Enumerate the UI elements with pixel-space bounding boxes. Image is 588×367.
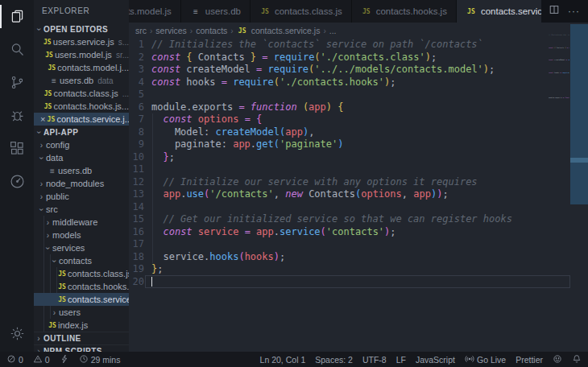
tab-label: users.db xyxy=(205,6,241,16)
status-utf-8[interactable]: UTF-8 xyxy=(362,355,387,365)
code-line-20: 20 xyxy=(129,276,588,289)
open-editor-users-db[interactable]: ≡users.dbdata xyxy=(34,74,129,87)
tree-item-services[interactable]: ›services xyxy=(34,241,129,254)
code-line-14: 14 xyxy=(129,201,588,214)
code-line-1: 1// Initializes the `contacts` service o… xyxy=(129,39,588,52)
tree-item-data[interactable]: ›data xyxy=(34,151,129,164)
tab-users-db[interactable]: ≡users.db xyxy=(181,0,251,23)
open-editor-users-model-js[interactable]: JSusers.model.jssr... xyxy=(34,48,129,61)
database-file-icon: ≡ xyxy=(190,7,201,16)
code-line-8: 8 Model: createModel(app), xyxy=(129,126,588,139)
line-text: const hooks = require('./contacts.hooks'… xyxy=(541,72,569,73)
status-left: 0029 mins xyxy=(6,354,120,365)
line-text: paginate: app.get('paginate') xyxy=(144,138,343,150)
open-editor-contacts-service-j[interactable]: ×JScontacts.service.j... xyxy=(34,113,129,126)
tab-contacts-hooks-js[interactable]: JScontacts.hooks.js xyxy=(352,0,457,23)
code-line-10: 10 }; xyxy=(129,151,588,164)
line-text: // Get our initialized service so that w… xyxy=(144,213,512,225)
workspace-root-header[interactable]: › API-APP xyxy=(34,126,129,138)
tree-item-config[interactable]: ›config xyxy=(34,138,129,151)
line-number: 18 xyxy=(129,251,144,264)
breadcrumb-segment-services[interactable]: services xyxy=(155,26,187,35)
open-editor-contacts-hooks-js[interactable]: JScontacts.hooks.js... xyxy=(34,100,129,113)
open-editor-label: contacts.service.j... xyxy=(56,114,129,124)
status-prettier[interactable]: Prettier xyxy=(516,355,543,365)
status-label: Spaces: 2 xyxy=(315,355,353,365)
editor-group: JScontacts.model.js≡users.dbJScontacts.c… xyxy=(129,0,588,352)
chevron-right-icon: › xyxy=(230,27,233,35)
sidebar-explorer: EXPLORER › OPEN EDITORS JSusers.service.… xyxy=(34,0,129,352)
status-smiley[interactable] xyxy=(553,354,562,365)
code-line-5 xyxy=(541,79,569,92)
tab-contacts-model-js[interactable]: JScontacts.model.js xyxy=(129,0,181,23)
tree-item-public[interactable]: ›public xyxy=(34,190,129,203)
tree-item-label: middleware xyxy=(52,217,97,227)
open-editor-label: contacts.hooks.js... xyxy=(53,101,129,111)
open-editor-contacts-class-js[interactable]: JScontacts.class.js... xyxy=(34,87,129,100)
status-clock-29-mins[interactable]: 29 mins xyxy=(79,354,121,365)
outline-section-header[interactable]: › OUTLINE xyxy=(34,332,129,344)
run-and-debug-icon[interactable] xyxy=(0,99,34,132)
code-line-2: const { Contacts } = require('./contacts… xyxy=(541,42,569,55)
tree-item-users-db[interactable]: ≡users.db xyxy=(34,164,129,177)
tree-item-contacts-class-js[interactable]: JScontacts.class.js xyxy=(34,267,129,280)
breadcrumb-segment-contacts[interactable]: contacts xyxy=(196,26,227,35)
tree-item-node-modules[interactable]: ›node_modules xyxy=(34,177,129,190)
status-error-0[interactable]: 0 xyxy=(6,354,23,365)
line-text: const createModel = require('../../model… xyxy=(144,64,495,75)
tab-label: contacts.class.js xyxy=(275,6,342,16)
line-number: 12 xyxy=(129,176,144,189)
js-file-icon: JS xyxy=(43,52,55,59)
line-number: 16 xyxy=(129,226,144,239)
status-ln-20-col-1[interactable]: Ln 20, Col 1 xyxy=(260,355,306,365)
open-editors-header[interactable]: › OPEN EDITORS xyxy=(34,23,129,35)
tree-item-middleware[interactable]: ›middleware xyxy=(34,216,129,229)
status-broadcast-go-live[interactable]: Go Live xyxy=(465,354,506,365)
breadcrumb-symbol-more[interactable]: ... xyxy=(329,26,337,35)
status-warning-0[interactable]: 0 xyxy=(33,354,50,365)
code-lines: 1// Initializes the `contacts` service o… xyxy=(129,39,588,288)
manage-gear-icon[interactable] xyxy=(0,317,34,350)
code-time-icon[interactable] xyxy=(0,165,34,198)
tree-item-src[interactable]: ›src xyxy=(34,203,129,216)
split-editor-icon[interactable] xyxy=(549,4,560,19)
status-lf[interactable]: LF xyxy=(396,355,406,365)
bell-icon xyxy=(572,354,582,365)
code-editor[interactable]: 1// Initializes the `contacts` service o… xyxy=(129,39,588,352)
status-bell[interactable] xyxy=(572,354,582,365)
scrollbar[interactable] xyxy=(570,24,588,204)
tree-item-index-js[interactable]: JSindex.js xyxy=(34,319,129,332)
source-control-icon[interactable] xyxy=(0,66,34,99)
search-icon[interactable] xyxy=(0,33,34,66)
open-editor-users-service-js[interactable]: JSusers.service.jss... xyxy=(34,35,129,48)
line-text: // Initialize our service with any optio… xyxy=(144,176,478,188)
broadcast-icon xyxy=(465,354,474,365)
tree-item-contacts-service-js[interactable]: JScontacts.service.js xyxy=(34,293,129,306)
status-label: LF xyxy=(396,355,406,365)
status-bolt[interactable] xyxy=(60,354,69,365)
breadcrumb-segment-src[interactable]: src xyxy=(135,26,147,35)
line-text xyxy=(541,84,549,85)
status-javascript[interactable]: JavaScript xyxy=(416,355,455,365)
status-spaces-2[interactable]: Spaces: 2 xyxy=(315,355,353,365)
tree-item-contacts-hooks-js[interactable]: JScontacts.hooks.js xyxy=(34,280,129,293)
npm-scripts-section-header[interactable]: › NPM SCRIPTS xyxy=(34,344,129,352)
breadcrumb-file[interactable]: contacts.service.js xyxy=(251,26,321,35)
tab-contacts-class-js[interactable]: JScontacts.class.js xyxy=(251,0,352,23)
tree-item-contacts[interactable]: ›contacts xyxy=(34,254,129,267)
more-actions-icon[interactable]: ··· xyxy=(568,6,580,17)
minimap[interactable]: // Initializes the `contacts` service on… xyxy=(541,29,569,101)
explorer-icon[interactable] xyxy=(0,0,34,33)
tree-item-models[interactable]: ›models xyxy=(34,229,129,241)
extensions-icon[interactable] xyxy=(0,132,34,165)
code-line-1: // Initializes the `contacts` service on… xyxy=(541,29,569,42)
status-label: 29 mins xyxy=(91,355,121,365)
line-text xyxy=(144,89,151,100)
tree-item-label: src xyxy=(46,204,58,214)
open-editor-path: s... xyxy=(118,38,129,47)
smiley-icon xyxy=(553,354,562,365)
code-line-6: module.exports = function (app) { xyxy=(541,92,569,102)
tree-item-users[interactable]: ›users xyxy=(34,306,129,319)
js-file-icon: JS xyxy=(466,8,477,15)
open-editor-contacts-model-j[interactable]: JScontacts.model.j... xyxy=(34,61,129,74)
